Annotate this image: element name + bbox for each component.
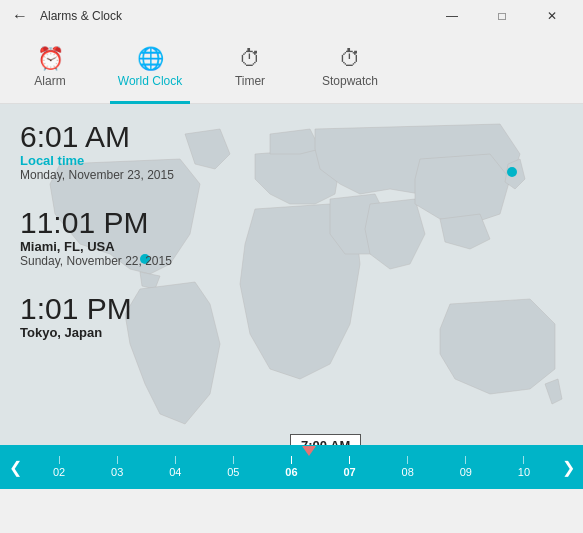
minimize-button[interactable]: —: [429, 0, 475, 32]
tick-09-label: 09: [460, 466, 472, 478]
tick-07-label: 07: [343, 466, 355, 478]
tab-stopwatch-label: Stopwatch: [322, 74, 378, 88]
timeline-bar: ❮ 02 03 04 05 06: [0, 445, 583, 489]
tick-08-label: 08: [402, 466, 414, 478]
tick-03: 03: [111, 456, 123, 478]
tick-09-line: [465, 456, 466, 464]
tokyo-time-value: 1:01 PM: [20, 292, 174, 325]
titlebar: ← Alarms & Clock — □ ✕: [0, 0, 583, 32]
time-entries: 6:01 AM Local time Monday, November 23, …: [0, 104, 194, 364]
tick-10: 10: [518, 456, 530, 478]
tick-05-label: 05: [227, 466, 239, 478]
local-time-label: Local time: [20, 153, 174, 168]
tick-06-label: 06: [285, 466, 297, 478]
tick-02-label: 02: [53, 466, 65, 478]
tab-stopwatch[interactable]: ⏱ Stopwatch: [300, 32, 400, 104]
tick-07-line: [349, 456, 350, 464]
tick-08-line: [407, 456, 408, 464]
tab-timer-label: Timer: [235, 74, 265, 88]
back-button[interactable]: ←: [8, 7, 32, 25]
local-time-date: Monday, November 23, 2015: [20, 168, 174, 182]
alarm-icon: ⏰: [37, 48, 64, 70]
tick-06: 06: [285, 456, 297, 478]
right-arrow-icon: ❯: [562, 458, 575, 477]
tick-04-label: 04: [169, 466, 181, 478]
tab-worldclock[interactable]: 🌐 World Clock: [100, 32, 200, 104]
tick-07: 07: [343, 456, 355, 478]
tab-bar: ⏰ Alarm 🌐 World Clock ⏱ Timer ⏱ Stopwatc…: [0, 32, 583, 104]
tab-alarm[interactable]: ⏰ Alarm: [0, 32, 100, 104]
app-title: Alarms & Clock: [40, 9, 122, 23]
tick-05: 05: [227, 456, 239, 478]
tick-05-line: [233, 456, 234, 464]
timer-icon: ⏱: [239, 48, 261, 70]
tab-alarm-label: Alarm: [34, 74, 65, 88]
timeline-marker: [302, 446, 316, 456]
titlebar-left: ← Alarms & Clock: [8, 7, 122, 25]
miami-time-label: Miami, FL, USA: [20, 239, 174, 254]
tick-03-line: [117, 456, 118, 464]
svg-point-2: [507, 167, 517, 177]
tick-02-line: [59, 456, 60, 464]
tick-04-line: [175, 456, 176, 464]
left-arrow-icon: ❮: [9, 458, 22, 477]
tick-10-label: 10: [518, 466, 530, 478]
miami-time-date: Sunday, November 22, 2015: [20, 254, 174, 268]
tick-06-line: [291, 456, 292, 464]
tick-08: 08: [402, 456, 414, 478]
main-content: 6:01 AM Local time Monday, November 23, …: [0, 104, 583, 489]
timeline-ticks: 02 03 04 05 06 07: [30, 456, 553, 478]
timeline-right-arrow[interactable]: ❯: [553, 445, 583, 489]
tick-09: 09: [460, 456, 472, 478]
timeline-left-arrow[interactable]: ❮: [0, 445, 30, 489]
tick-04: 04: [169, 456, 181, 478]
time-entry-local: 6:01 AM Local time Monday, November 23, …: [20, 120, 174, 182]
tab-worldclock-label: World Clock: [118, 74, 182, 88]
tick-02: 02: [53, 456, 65, 478]
miami-time-value: 11:01 PM: [20, 206, 174, 239]
stopwatch-icon: ⏱: [339, 48, 361, 70]
tick-03-label: 03: [111, 466, 123, 478]
worldclock-icon: 🌐: [137, 48, 164, 70]
tokyo-time-label: Tokyo, Japan: [20, 325, 174, 340]
tab-timer[interactable]: ⏱ Timer: [200, 32, 300, 104]
close-button[interactable]: ✕: [529, 0, 575, 32]
time-entry-miami: 11:01 PM Miami, FL, USA Sunday, November…: [20, 206, 174, 268]
tick-10-line: [523, 456, 524, 464]
time-entry-tokyo: 1:01 PM Tokyo, Japan: [20, 292, 174, 340]
window-controls: — □ ✕: [429, 0, 575, 32]
maximize-button[interactable]: □: [479, 0, 525, 32]
local-time-value: 6:01 AM: [20, 120, 174, 153]
